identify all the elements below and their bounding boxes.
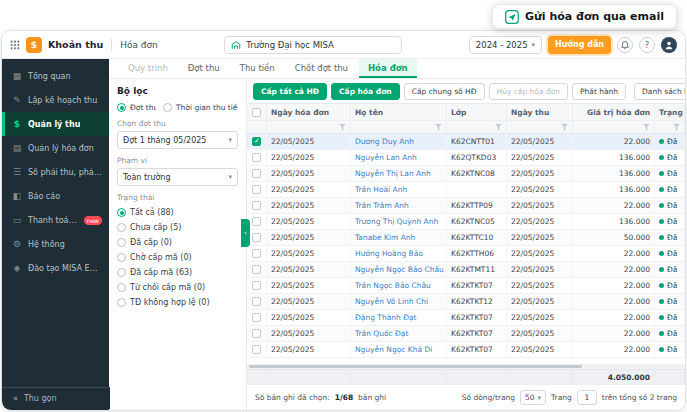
row-checkbox[interactable]: [252, 169, 261, 178]
status-radio[interactable]: Từ chối cấp mã (0): [117, 280, 238, 295]
email-invoice-callout[interactable]: Gửi hóa đơn qua email: [492, 4, 677, 29]
status-radio[interactable]: Tất cả (88): [117, 205, 238, 220]
page-input[interactable]: [577, 390, 597, 405]
scope-select[interactable]: Toàn trường ▾: [117, 168, 238, 186]
filter-mode-radio[interactable]: Thời gian thu tiền: [163, 103, 238, 112]
student-name-link[interactable]: Trương Thị Quỳnh Anh: [351, 214, 447, 229]
toolbar-button[interactable]: Cấp chung số HĐ: [404, 83, 485, 100]
table-row[interactable]: 22/05/2025 Nguyễn Ngọc Khả Di K62KTKT07 …: [247, 342, 685, 358]
row-checkbox[interactable]: [252, 345, 261, 354]
toolbar-button[interactable]: Phát hành: [572, 83, 626, 100]
sidebar-item[interactable]: ⚙ Hệ thống: [2, 232, 109, 256]
row-checkbox[interactable]: [252, 249, 261, 258]
sidebar-item[interactable]: ✎ Lập kế hoạch thu: [2, 88, 109, 112]
filter-funnel-icon[interactable]: [673, 124, 680, 131]
row-checkbox[interactable]: [252, 233, 261, 242]
row-checkbox[interactable]: [252, 137, 261, 146]
row-checkbox[interactable]: [252, 297, 261, 306]
table-row[interactable]: 22/05/2025 Dương Duy Anh K62CNTT01 22/05…: [247, 134, 685, 150]
sidebar-item[interactable]: ◧ Báo cáo: [2, 184, 109, 208]
filter-funnel-icon[interactable]: [495, 124, 502, 131]
student-name-link[interactable]: Dương Duy Anh: [351, 134, 447, 149]
sidebar-item[interactable]: ▭ Thanh toán KĐTM new: [2, 208, 109, 232]
status-radio[interactable]: Chờ cấp mã (0): [117, 250, 238, 265]
tab[interactable]: Quy trình: [119, 59, 177, 78]
filter-collapse-handle[interactable]: ‹: [241, 219, 250, 247]
row-checkbox[interactable]: [252, 185, 261, 194]
row-checkbox[interactable]: [252, 265, 261, 274]
student-name-link[interactable]: Trần Ngọc Bảo Châu: [351, 278, 447, 293]
student-name-link[interactable]: Nguyễn Võ Linh Chi: [351, 294, 447, 309]
table-row[interactable]: 22/05/2025 Tanabe Kim Anh K62KTTC10 22/0…: [247, 230, 685, 246]
student-name-link[interactable]: Đặng Thành Đạt: [351, 310, 447, 325]
table-row[interactable]: 22/05/2025 Nguyễn Võ Linh Chi K62KTKT12 …: [247, 294, 685, 310]
guide-button[interactable]: Hướng dẫn: [548, 36, 611, 54]
sidebar-item[interactable]: ▤ Quản lý hóa đơn: [2, 136, 109, 160]
student-name-link[interactable]: Trần Hoài Anh: [351, 182, 447, 197]
school-search-input[interactable]: Trường Đại học MISA: [224, 36, 402, 54]
student-name-link[interactable]: Nguyễn Ngọc Khả Di: [351, 342, 447, 357]
column-header[interactable]: Lớp: [447, 104, 507, 120]
status-radio[interactable]: Đã cấp mã (63): [117, 265, 238, 280]
table-row[interactable]: 22/05/2025 Trần Trâm Anh K62KTTP09 22/05…: [247, 198, 685, 214]
school-year-select[interactable]: 2024 - 2025 ▾: [469, 36, 542, 54]
column-header[interactable]: Họ tên: [351, 104, 447, 120]
sidebar-item[interactable]: ◈ Đào tạo MISA EMIS: [2, 256, 109, 280]
table-row[interactable]: 22/05/2025 Đặng Thành Đạt K62KTKT07 22/0…: [247, 310, 685, 326]
tab[interactable]: Thu tiền: [231, 59, 284, 78]
scrollbar-thumb[interactable]: [249, 365, 582, 368]
filter-funnel-icon[interactable]: [339, 124, 346, 131]
filter-mode-radio[interactable]: Đợt thu: [117, 103, 156, 112]
filter-funnel-icon[interactable]: [435, 124, 442, 131]
table-row[interactable]: 22/05/2025 Trần Hoài Anh 22/05/2025 136.…: [247, 182, 685, 198]
table-row[interactable]: 22/05/2025 Nguyễn Ngọc Bảo Châu K62KTMT1…: [247, 262, 685, 278]
select-all-checkbox[interactable]: [252, 108, 261, 117]
tab[interactable]: Đợt thu: [179, 59, 229, 78]
column-header[interactable]: Ngày hóa đơn: [267, 104, 351, 120]
filter-funnel-icon[interactable]: [643, 124, 650, 131]
column-header[interactable]: Giá trị hóa đơn: [573, 104, 655, 120]
status-radio[interactable]: Chưa cấp (5): [117, 220, 238, 235]
horizontal-scrollbar[interactable]: [247, 364, 685, 369]
filter-funnel-icon[interactable]: [561, 124, 568, 131]
student-name-link[interactable]: Trần Trâm Anh: [351, 198, 447, 213]
rows-per-page-select[interactable]: 50 ▾: [520, 390, 546, 405]
column-header[interactable]: Trạng thái: [655, 104, 685, 120]
sidebar-item[interactable]: ▦ Tổng quan: [2, 64, 109, 88]
table-row[interactable]: 22/05/2025 Trần Ngọc Bảo Châu K62KTKT07 …: [247, 278, 685, 294]
sidebar-collapse-button[interactable]: « Thu gọn: [3, 387, 110, 409]
row-checkbox[interactable]: [252, 217, 261, 226]
toolbar-button[interactable]: Cấp tất cả HĐ: [253, 83, 327, 100]
student-name-link[interactable]: Nguyễn Thị Lan Anh: [351, 166, 447, 181]
student-name-link[interactable]: Tanabe Kim Anh: [351, 230, 447, 245]
table-row[interactable]: 22/05/2025 Nguyễn Lan Anh K62QTKD03 22/0…: [247, 150, 685, 166]
column-header[interactable]: Ngày thu: [507, 104, 573, 120]
table-row[interactable]: 22/05/2025 Trần Quốc Đạt K62KTKT07 22/05…: [247, 326, 685, 342]
tab[interactable]: Chốt đợt thu: [286, 59, 357, 78]
row-checkbox[interactable]: [252, 281, 261, 290]
tab[interactable]: Hóa đơn: [359, 59, 417, 78]
toolbar-button[interactable]: Danh sách hóa đơn ▾: [634, 83, 686, 100]
student-name-link[interactable]: Nguyễn Ngọc Bảo Châu: [351, 262, 447, 277]
table-row[interactable]: 22/05/2025 Trương Thị Quỳnh Anh K62KTNC0…: [247, 214, 685, 230]
student-name-link[interactable]: Hưởng Hoàng Bảo: [351, 246, 447, 261]
sidebar-item[interactable]: ☰ Số phải thu, phải trả: [2, 160, 109, 184]
notification-bell-icon[interactable]: [617, 37, 633, 53]
user-avatar[interactable]: [661, 37, 677, 53]
table-row[interactable]: 22/05/2025 Hưởng Hoàng Bảo K62KTTH06 22/…: [247, 246, 685, 262]
app-grid-menu-icon[interactable]: [10, 35, 20, 54]
student-name-link[interactable]: Trần Quốc Đạt: [351, 326, 447, 341]
row-checkbox[interactable]: [252, 153, 261, 162]
student-name-link[interactable]: Nguyễn Lan Anh: [351, 150, 447, 165]
row-checkbox[interactable]: [252, 329, 261, 338]
help-icon[interactable]: ?: [639, 37, 655, 53]
status-radio[interactable]: TĐ không hợp lệ (0): [117, 295, 238, 310]
row-checkbox[interactable]: [252, 313, 261, 322]
toolbar-button[interactable]: Cấp hóa đơn: [331, 83, 400, 100]
toolbar-button[interactable]: Hủy cấp hóa đơn: [489, 83, 569, 100]
row-checkbox[interactable]: [252, 201, 261, 210]
status-radio[interactable]: Đã cấp (0): [117, 235, 238, 250]
batch-select[interactable]: Đợt 1 tháng 05/2025 ▾: [117, 131, 238, 149]
table-row[interactable]: 22/05/2025 Nguyễn Thị Lan Anh K62KTNC08 …: [247, 166, 685, 182]
sidebar-item[interactable]: $ Quản lý thu: [2, 112, 109, 136]
